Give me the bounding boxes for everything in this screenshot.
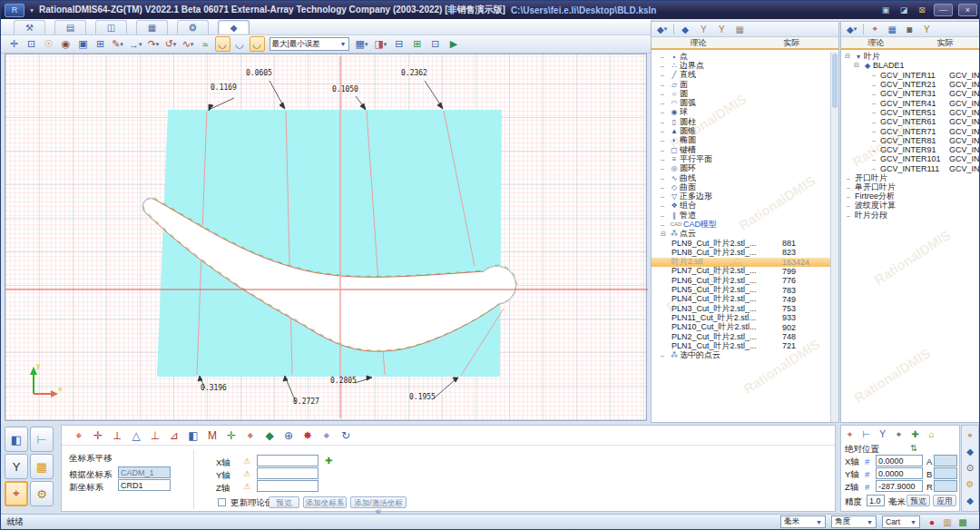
gcv-item[interactable]: –GCV_INTER51GCV_INTER51 <box>841 108 980 117</box>
abs-preview-button[interactable]: 预览 <box>906 495 930 506</box>
app-menu-caret-icon[interactable]: ▾ <box>30 6 34 15</box>
unit-select[interactable]: 毫米▼ <box>780 515 826 528</box>
coord-tool-icon[interactable]: ✛ <box>223 427 240 444</box>
ribbon-tab[interactable]: ⚒ <box>14 20 45 34</box>
side-tool-icon[interactable]: ⚙ <box>964 477 977 491</box>
r-value[interactable] <box>934 480 957 492</box>
toolbar-icon[interactable]: ▣ <box>75 36 91 52</box>
toolbar-icon[interactable]: ✛ <box>6 36 22 52</box>
hash-icon[interactable]: # <box>865 482 869 492</box>
gcv-item[interactable]: –GCV_INTER21GCV_INTER21 <box>841 80 980 89</box>
side-tool-icon[interactable]: ◆ <box>964 445 977 458</box>
toolbar-icon[interactable]: ↺▾ <box>163 36 179 52</box>
selected-cloud-item[interactable]: – ⁂ 选中的点云 <box>652 351 838 360</box>
status-icon[interactable]: ● <box>926 517 938 527</box>
panel-filter-icon[interactable]: ◙ <box>903 23 916 35</box>
hash-icon[interactable]: # <box>865 456 869 466</box>
toolbar-icon[interactable]: ◉ <box>58 36 74 52</box>
coord-tool-icon[interactable]: ✛ <box>90 427 106 444</box>
blade-cube-icon[interactable]: ◆▾ <box>845 23 858 35</box>
add-cs-button[interactable]: 添加坐标系 <box>303 496 347 508</box>
base-cs-field[interactable] <box>118 466 171 478</box>
abs-z-value[interactable] <box>876 480 923 492</box>
preview-button[interactable]: 预览 <box>269 496 299 508</box>
col-theory[interactable]: 理论 <box>841 37 911 48</box>
coord-tool-icon[interactable]: △ <box>128 427 144 444</box>
a-value[interactable] <box>934 455 957 466</box>
b-value[interactable] <box>934 467 957 479</box>
panel-filter-icon[interactable]: Y <box>697 23 710 35</box>
panel-filter-icon[interactable]: ▦ <box>733 23 746 35</box>
gcv-item[interactable]: –GCV_INTER91GCV_INTER91 <box>841 145 980 154</box>
gcv-item[interactable]: –GCV_INTER41GCV_INTER41 <box>841 98 980 107</box>
probe-mode-icon[interactable]: ⌖ <box>892 427 906 441</box>
panel-filter-icon[interactable]: Y <box>920 23 933 35</box>
side-tool-icon[interactable]: ⌖ <box>964 428 977 442</box>
mode-button[interactable]: Y <box>5 454 28 479</box>
coord-mode-select[interactable]: Cart▼ <box>882 515 920 528</box>
gcv-item[interactable]: –GCV_INTER61GCV_INTER61 <box>841 117 980 126</box>
minimize-button[interactable]: — <box>934 4 953 16</box>
coord-tool-icon[interactable]: ⊥ <box>147 427 163 444</box>
coord-tool-icon[interactable]: ◧ <box>185 427 201 444</box>
license-lock-icon[interactable]: ⊠ <box>916 5 928 15</box>
toolbar-icon[interactable]: ✎▾ <box>110 36 125 52</box>
toolbar-icon[interactable]: ⊡ <box>427 36 443 52</box>
toolbar-icon[interactable]: ▦▾ <box>354 36 370 52</box>
coord-tool-icon[interactable]: ◆ <box>261 427 278 444</box>
side-tool-icon[interactable]: ⊙ <box>964 461 977 475</box>
side-tool-icon[interactable]: ◆ <box>964 494 977 507</box>
toolbar-icon[interactable]: ↷▾ <box>146 36 162 52</box>
mode-button[interactable]: ⚙ <box>30 481 54 506</box>
z-offset-input[interactable] <box>257 480 318 492</box>
add-activate-cs-button[interactable]: 添加/激活坐标系 <box>350 496 407 508</box>
panelA-scrollbar[interactable] <box>830 52 838 422</box>
3d-viewport[interactable]: 0.1169 0.0605 0.1050 0.2362 0.3196 0.272… <box>5 54 647 421</box>
gcv-item[interactable]: –GCV_INTER101GCV_INTER101 <box>841 154 980 163</box>
toolbar-icon[interactable]: ◡ <box>250 36 265 52</box>
add-icon[interactable]: ✚ <box>325 456 332 466</box>
coord-tool-icon[interactable]: M <box>204 427 220 444</box>
col-theory[interactable]: 理论 <box>652 37 745 48</box>
coord-tool-icon[interactable]: ⊕ <box>280 427 297 444</box>
gcv-item[interactable]: –GCV_INTER11GCV_INTER11 <box>841 71 980 80</box>
element-tree-item[interactable]: –∥管道 <box>652 211 838 220</box>
probe-mode-icon[interactable]: ⊢ <box>859 427 873 441</box>
probe-mode-icon[interactable]: ⌖ <box>843 427 857 441</box>
y-offset-input[interactable] <box>257 467 318 479</box>
close-button[interactable]: × <box>958 4 977 16</box>
coord-tool-icon[interactable]: ⌖ <box>242 427 259 444</box>
coord-tool-icon[interactable]: ⌖ <box>318 427 335 444</box>
mode-button[interactable]: ▦ <box>30 454 54 479</box>
status-icon[interactable]: ▩ <box>956 517 969 527</box>
ribbon-tab[interactable]: ◆ <box>218 20 250 34</box>
blade1-item[interactable]: ⊟ ◆ BLADE1 <box>841 61 980 70</box>
toolbar-icon[interactable]: ⊞ <box>409 36 425 52</box>
toolbar-icon[interactable]: ◡ <box>215 36 230 52</box>
abs-y-value[interactable] <box>876 467 923 479</box>
toolbar-icon[interactable]: ◨▾ <box>372 36 388 52</box>
hash-icon[interactable]: # <box>865 469 869 479</box>
mode-button[interactable]: ⊢ <box>30 427 54 452</box>
coord-tool-icon[interactable]: ✸ <box>299 427 316 444</box>
angle-select[interactable]: 角度▼ <box>831 515 877 528</box>
ribbon-tab[interactable]: ▤ <box>54 20 86 34</box>
toolbar-icon[interactable]: ⊡ <box>24 36 39 52</box>
display-icon[interactable]: ◪ <box>897 5 910 15</box>
element-cube-icon[interactable]: ◆▾ <box>655 23 669 35</box>
abs-x-value[interactable] <box>876 455 923 466</box>
abs-apply-button[interactable]: 应用 <box>933 495 956 506</box>
toolbar-icon[interactable]: ⊟ <box>391 36 407 52</box>
app-icon[interactable]: R <box>5 4 24 17</box>
swap-axes-icon[interactable]: ⇅ <box>910 443 917 453</box>
probe-mode-icon[interactable]: ✚ <box>908 427 922 441</box>
panel-filter-icon[interactable]: ⌖ <box>868 23 881 35</box>
layout-icon[interactable]: ▣ <box>879 5 892 15</box>
ribbon-tab[interactable]: ▦ <box>136 20 168 34</box>
panel-filter-icon[interactable]: Y <box>715 23 728 35</box>
blade-root-item[interactable]: ⊟ ▾ 叶片 <box>841 52 980 61</box>
ribbon-tab[interactable]: ◫ <box>95 20 127 34</box>
col-actual[interactable]: 实际 <box>745 37 838 48</box>
toolbar-icon[interactable]: ☉ <box>41 36 56 52</box>
blade-tool-item[interactable]: –叶片分段 <box>841 211 980 220</box>
